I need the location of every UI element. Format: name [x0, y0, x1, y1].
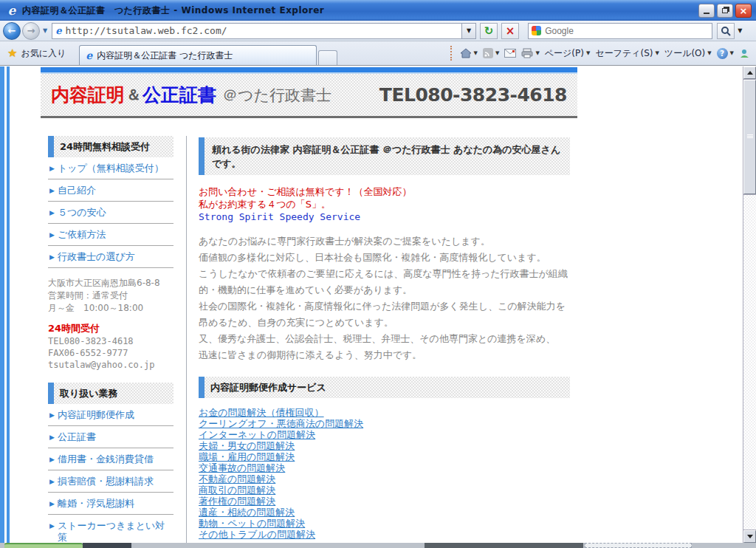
- sidebar-link-koseishosho[interactable]: ▶公正証書: [48, 426, 173, 448]
- site-title-suffix: ＠つた行政書士: [222, 85, 331, 106]
- help-dropdown-icon[interactable]: ▼: [730, 50, 734, 56]
- taskbar-item-sliver[interactable]: [585, 543, 692, 548]
- contact-email: tsutalaw@yahoo.co.jp: [48, 359, 173, 371]
- page-viewport: 内容証明 ＆ 公正証書 ＠つた行政書士 TEL080-3823-4618 24時…: [0, 66, 756, 543]
- service-link-couples[interactable]: 夫婦・男女の問題解決: [199, 440, 570, 451]
- tools-menu-button[interactable]: ツール(O) ▼: [664, 47, 712, 60]
- tab-title: 内容証明＆公正証書 つた行政書士: [97, 49, 233, 62]
- favorites-button[interactable]: ★ お気に入り: [4, 44, 73, 63]
- service-section-title: 内容証明郵便作成サービス: [199, 377, 570, 398]
- sidebar-link-loan-documents[interactable]: ▶借用書・金銭消費貸借: [48, 448, 173, 470]
- print-button[interactable]: ▼: [521, 48, 539, 58]
- sidebar-link-top[interactable]: ▶トップ（無料相談受付）: [48, 157, 173, 179]
- sidebar-link-naiyoshomei[interactable]: ▶内容証明郵便作成: [48, 404, 173, 426]
- refresh-button[interactable]: ↻: [480, 23, 498, 39]
- sidebar-link-damages[interactable]: ▶損害賠償・慰謝料請求: [48, 470, 173, 493]
- search-options-dropdown-icon[interactable]: ▼: [738, 27, 742, 34]
- service-link-traffic-accident[interactable]: 交通事故の問題解決: [199, 462, 570, 473]
- close-button[interactable]: ×: [735, 4, 752, 18]
- window-title: 内容証明＆公正証書 つた行政書士 - Windows Internet Expl…: [22, 4, 324, 17]
- url-input[interactable]: [65, 25, 458, 36]
- home-dropdown-icon[interactable]: ▼: [474, 50, 478, 56]
- new-tab-button[interactable]: [318, 50, 337, 65]
- page-icon: e: [55, 25, 61, 36]
- service-link-copyright[interactable]: 著作権の問題解決: [199, 496, 570, 507]
- service-link-internet[interactable]: インターネットの問題解決: [199, 429, 570, 440]
- sidebar-link-profile[interactable]: ▶自己紹介: [48, 179, 173, 202]
- stop-button[interactable]: ×: [501, 23, 519, 39]
- service-link-pets[interactable]: 動物・ペットの問題解決: [199, 518, 570, 529]
- minimize-button[interactable]: [698, 4, 715, 18]
- search-input[interactable]: [545, 26, 709, 36]
- service-link-workplace[interactable]: 職場・雇用の問題解決: [199, 451, 570, 462]
- paragraph: 社会の国際化・複雑化・高度情報化に伴った法律問題が多く発生し、この解決能力を昂め…: [199, 298, 570, 331]
- hours-title: 24時間受付: [48, 322, 173, 335]
- main-content: 頼れる街の法律家 内容証明＆公正証書 ＠つた行政書士 あなたの為の安心屋さんです…: [187, 136, 577, 543]
- sidebar-link-label: 自己紹介: [58, 185, 96, 196]
- service-link-cooling-off[interactable]: クーリングオフ・悪徳商法の問題解決: [199, 418, 570, 429]
- history-dropdown-icon[interactable]: ▼: [43, 27, 47, 34]
- service-link-real-estate[interactable]: 不動産の問題解決: [199, 473, 570, 484]
- web-page: 内容証明 ＆ 公正証書 ＠つた行政書士 TEL080-3823-4618 24時…: [41, 66, 577, 543]
- page-left-border-stripe: [0, 66, 10, 543]
- messenger-button[interactable]: [739, 48, 750, 58]
- service-link-money[interactable]: お金の問題解決（債権回収）: [199, 407, 570, 418]
- help-button[interactable]: ? ▼: [717, 48, 734, 59]
- home-button[interactable]: ▼: [460, 48, 478, 58]
- service-link-inheritance[interactable]: 遺産・相続の問題解決: [199, 507, 570, 518]
- safety-menu-label: セーフティ(S): [595, 47, 653, 60]
- service-link-commerce[interactable]: 商取引の問題解決: [199, 484, 570, 496]
- site-title-blue: 公正証書: [142, 83, 216, 107]
- search-box[interactable]: [528, 23, 712, 39]
- main-headline: 頼れる街の法律家 内容証明＆公正証書 ＠つた行政書士 あなたの為の安心屋さんです…: [199, 137, 570, 175]
- sidebar-link-label: 借用書・金銭消費貸借: [58, 453, 154, 465]
- command-bar: ▼ ▼: [450, 46, 756, 61]
- sidebar-link-divorce[interactable]: ▶離婚・浮気慰謝料: [48, 493, 173, 515]
- read-mail-button[interactable]: [504, 49, 516, 58]
- start-button-sliver[interactable]: [4, 543, 83, 548]
- scroll-up-button[interactable]: [743, 66, 756, 79]
- page-menu-label: ページ(P): [545, 47, 584, 60]
- sidebar-section-consult-title: 24時間無料相談受付: [48, 136, 173, 157]
- scrollbar-thumb[interactable]: [743, 80, 756, 194]
- header-phone-number: TEL080-3823-4618: [379, 84, 567, 106]
- contact-fax: FAX06-6552-9777: [48, 347, 173, 359]
- rss-feed-icon: [483, 48, 493, 58]
- paragraph: あなたのお悩みに専門家行政書士が解決案のご提案をいたします。: [199, 233, 570, 250]
- triangle-bullet-icon: ▶: [49, 253, 55, 263]
- safety-menu-button[interactable]: セーフティ(S) ▼: [595, 47, 659, 60]
- sidebar-link-five-assurances[interactable]: ▶５つの安心: [48, 202, 173, 224]
- sidebar-link-label: トップ（無料相談受付）: [58, 162, 164, 174]
- active-tab[interactable]: e 内容証明＆公正証書 つた行政書士: [79, 45, 317, 65]
- forward-button[interactable]: →: [22, 22, 40, 40]
- taskbar-item-sliver[interactable]: [83, 543, 131, 548]
- tools-menu-dropdown-icon: ▼: [707, 50, 711, 56]
- address-dropdown-button[interactable]: ▼: [462, 23, 476, 39]
- contact-info: TEL080-3823-4618 FAX06-6552-9777 tsutala…: [48, 335, 173, 371]
- service-link-other-trouble[interactable]: その他トラブルの問題解決: [199, 529, 570, 540]
- print-dropdown-icon[interactable]: ▼: [535, 50, 539, 56]
- site-title-amp: ＆: [126, 85, 141, 105]
- arrow-down-icon: [747, 535, 753, 538]
- paragraph: こうしたなかで依頼者のご要望に応えるには、高度な専門性を持った行政書士が組織的・…: [199, 266, 570, 298]
- sidebar-link-label: 損害賠償・慰謝料請求: [58, 476, 154, 487]
- search-button[interactable]: [717, 23, 735, 39]
- home-icon: [460, 48, 472, 58]
- back-button[interactable]: ←: [3, 22, 21, 40]
- triangle-bullet-icon: ▶: [49, 522, 55, 543]
- sidebar-link-stalker[interactable]: ▶ストーカーつきまとい対策: [48, 515, 173, 543]
- sidebar-link-how-to-choose[interactable]: ▶行政書士の選び方: [48, 246, 173, 268]
- page-menu-button[interactable]: ページ(P) ▼: [545, 47, 591, 60]
- sidebar-link-label: 離婚・浮気慰謝料: [58, 498, 134, 510]
- restore-button[interactable]: [717, 4, 733, 18]
- feeds-button[interactable]: ▼: [483, 48, 499, 58]
- sidebar-link-label: ご依頼方法: [58, 229, 106, 241]
- vertical-scrollbar[interactable]: [743, 66, 756, 543]
- feeds-dropdown-icon[interactable]: ▼: [495, 50, 499, 56]
- triangle-bullet-icon: ▶: [49, 434, 55, 443]
- scroll-down-button[interactable]: [743, 530, 756, 543]
- sidebar-link-how-to-request[interactable]: ▶ご依頼方法: [48, 224, 173, 246]
- service-links-list: お金の問題解決（債権回収） クーリングオフ・悪徳商法の問題解決 インターネットの…: [199, 407, 570, 540]
- taskbar-item-sliver[interactable]: [425, 543, 583, 548]
- address-bar[interactable]: e: [52, 23, 462, 39]
